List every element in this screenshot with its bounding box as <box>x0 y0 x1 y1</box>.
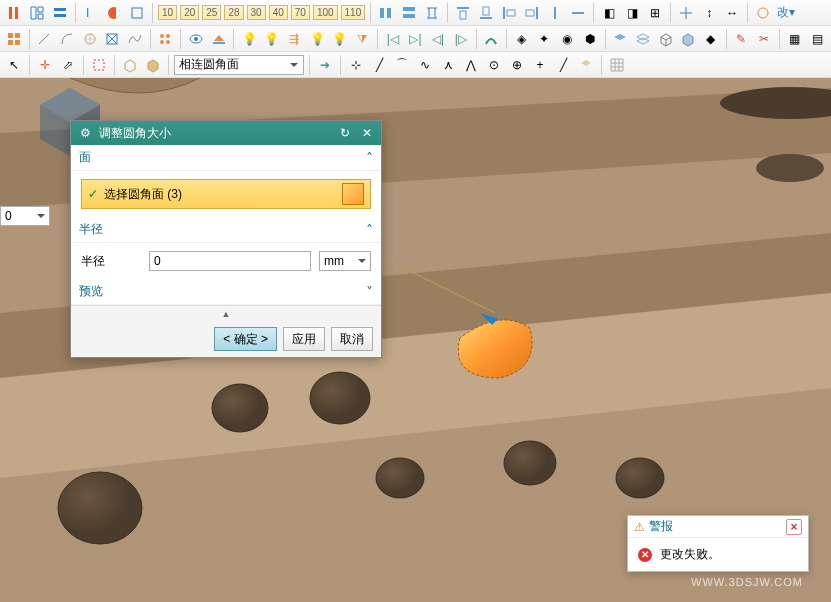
dialog-titlebar[interactable]: ⚙ 调整圆角大小 ↻ ✕ <box>71 121 381 145</box>
section-preview-header[interactable]: 预览 ˅ <box>71 279 381 305</box>
plane-icon[interactable] <box>209 29 229 49</box>
size-preset[interactable]: 70 <box>291 5 310 20</box>
arrow-right-icon[interactable]: ➔ <box>315 55 335 75</box>
align-icon[interactable] <box>376 3 396 23</box>
ok-button[interactable]: < 确定 > <box>214 327 277 351</box>
tool-icon[interactable] <box>27 3 47 23</box>
tool-icon[interactable]: ⊞ <box>645 3 665 23</box>
circle-icon[interactable] <box>80 29 100 49</box>
face-icon[interactable] <box>576 55 596 75</box>
section-radius-header[interactable]: 半径 ˄ <box>71 217 381 243</box>
surface-icon[interactable] <box>633 29 653 49</box>
cube-icon[interactable] <box>656 29 676 49</box>
bulb-icon[interactable]: 💡 <box>262 29 282 49</box>
arrow-icon[interactable]: ↖ <box>4 55 24 75</box>
snap-icon[interactable]: ⋀ <box>461 55 481 75</box>
tool-icon[interactable]: ⬢ <box>580 29 600 49</box>
tool-icon[interactable] <box>50 3 70 23</box>
bulb-icon[interactable]: 💡 <box>307 29 327 49</box>
tool-icon[interactable] <box>676 3 696 23</box>
last-icon[interactable]: ▷| <box>406 29 426 49</box>
snap-icon[interactable]: ⋏ <box>438 55 458 75</box>
box-icon[interactable] <box>143 55 163 75</box>
face-type-icon[interactable] <box>342 183 364 205</box>
tool-icon[interactable]: ↕ <box>699 3 719 23</box>
filter-dropdown[interactable]: 相连圆角面 <box>174 55 304 75</box>
snap-icon[interactable]: ⊹ <box>346 55 366 75</box>
tool-icon[interactable]: ▦ <box>785 29 805 49</box>
tool-icon[interactable]: ▤ <box>807 29 827 49</box>
left-value-dropdown[interactable]: 0 <box>0 206 50 226</box>
arrows-icon[interactable]: ⇶ <box>285 29 305 49</box>
align-icon[interactable] <box>399 3 419 23</box>
plus-icon[interactable]: + <box>530 55 550 75</box>
box-icon[interactable] <box>120 55 140 75</box>
tool-icon[interactable] <box>104 3 124 23</box>
cursor-icon[interactable]: ⬀ <box>58 55 78 75</box>
size-preset[interactable]: 10 <box>158 5 177 20</box>
edit-text-icon[interactable]: 改▾ <box>776 3 796 23</box>
size-preset[interactable]: 25 <box>202 5 221 20</box>
align-icon[interactable] <box>568 3 588 23</box>
align-top-icon[interactable] <box>453 3 473 23</box>
line-icon[interactable]: ╱ <box>553 55 573 75</box>
tool-icon[interactable]: I <box>81 3 101 23</box>
collapse-handle[interactable]: ▲ <box>71 305 381 321</box>
size-preset[interactable]: 28 <box>224 5 243 20</box>
tool-icon[interactable] <box>102 29 122 49</box>
select-fillet-face-row[interactable]: ✓ 选择圆角面 (3) <box>81 179 371 209</box>
size-preset[interactable]: 40 <box>269 5 288 20</box>
radius-input[interactable] <box>149 251 311 271</box>
arc-icon[interactable]: ⌒ <box>392 55 412 75</box>
unit-dropdown[interactable]: mm <box>319 251 371 271</box>
tool-icon[interactable]: ✎ <box>732 29 752 49</box>
route-icon[interactable] <box>481 29 501 49</box>
tool-icon[interactable]: ✂ <box>754 29 774 49</box>
first-icon[interactable]: |◁ <box>383 29 403 49</box>
close-icon[interactable]: ✕ <box>359 125 375 141</box>
tool-icon[interactable]: ◈ <box>512 29 532 49</box>
cube-icon[interactable] <box>678 29 698 49</box>
target-icon[interactable]: ✛ <box>35 55 55 75</box>
bulb-icon[interactable]: 💡 <box>239 29 259 49</box>
tool-icon[interactable]: ◆ <box>701 29 721 49</box>
size-preset[interactable]: 30 <box>247 5 266 20</box>
arc-icon[interactable] <box>57 29 77 49</box>
apply-button[interactable]: 应用 <box>283 327 325 351</box>
tool-icon[interactable]: ◨ <box>622 3 642 23</box>
alert-header[interactable]: ⚠ 警报 × <box>628 516 808 538</box>
center-icon[interactable]: ⊙ <box>484 55 504 75</box>
prev-icon[interactable]: ◁| <box>428 29 448 49</box>
line-icon[interactable]: ╱ <box>369 55 389 75</box>
tool-icon[interactable] <box>753 3 773 23</box>
center-icon[interactable]: ⊕ <box>507 55 527 75</box>
tool-icon[interactable] <box>127 3 147 23</box>
align-left-icon[interactable] <box>499 3 519 23</box>
show-icon[interactable] <box>186 29 206 49</box>
tool-icon[interactable]: ✦ <box>535 29 555 49</box>
tool-icon[interactable] <box>4 3 24 23</box>
reset-icon[interactable]: ↻ <box>337 125 353 141</box>
align-icon[interactable] <box>545 3 565 23</box>
select-rect-icon[interactable] <box>89 55 109 75</box>
tool-icon[interactable]: ↔ <box>722 3 742 23</box>
align-bottom-icon[interactable] <box>476 3 496 23</box>
curve-icon[interactable]: ∿ <box>415 55 435 75</box>
size-preset[interactable]: 110 <box>341 5 366 20</box>
spline-icon[interactable] <box>125 29 145 49</box>
pattern-icon[interactable] <box>156 29 176 49</box>
section-face-header[interactable]: 面 ˄ <box>71 145 381 171</box>
filter-icon[interactable]: ⧩ <box>352 29 372 49</box>
grid-icon[interactable] <box>4 29 24 49</box>
grid-icon[interactable] <box>607 55 627 75</box>
size-preset[interactable]: 100 <box>313 5 338 20</box>
align-right-icon[interactable] <box>522 3 542 23</box>
cancel-button[interactable]: 取消 <box>331 327 373 351</box>
next-icon[interactable]: |▷ <box>451 29 471 49</box>
bulb-icon[interactable]: 💡 <box>330 29 350 49</box>
close-icon[interactable]: × <box>786 519 802 535</box>
size-preset[interactable]: 20 <box>180 5 199 20</box>
tool-icon[interactable]: ◧ <box>599 3 619 23</box>
tool-icon[interactable]: ◉ <box>557 29 577 49</box>
surface-icon[interactable] <box>611 29 631 49</box>
